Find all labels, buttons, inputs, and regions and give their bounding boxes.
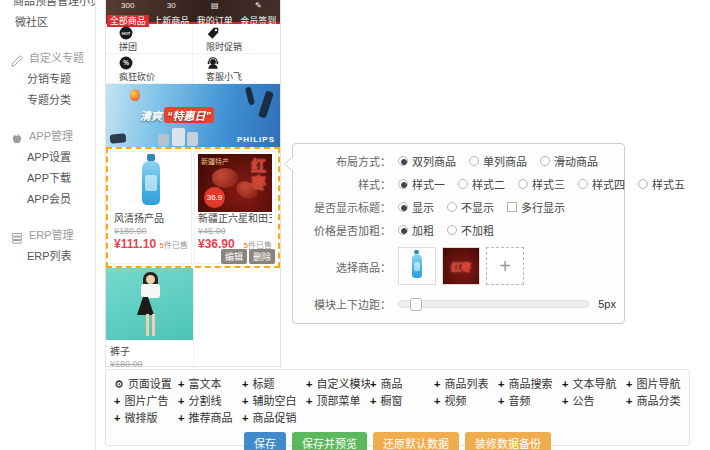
- selected-product-module[interactable]: 风清扬产品 ¥180.00 ¥111.10 5件已售 新疆特产 红枣 36.9 …: [106, 147, 280, 268]
- save-button[interactable]: 保存: [244, 432, 286, 450]
- menu-item-customer-service[interactable]: 客服小飞: [193, 54, 280, 84]
- radio-show-title[interactable]: 显示: [398, 199, 434, 215]
- component-video[interactable]: +视频: [434, 394, 498, 408]
- appliance-graphic: [187, 132, 198, 146]
- product-old-price: ¥45.00: [198, 226, 272, 237]
- menu-item-flash-sale[interactable]: 限时促销: [193, 24, 280, 54]
- module-margin-row: 模块上下边距： 5px: [293, 296, 616, 312]
- component-micro-layout[interactable]: +微排版: [114, 411, 178, 425]
- sidebar-item-app-member[interactable]: APP会员: [0, 189, 95, 210]
- next-product-module[interactable]: 裤子 ¥180.00: [106, 268, 280, 367]
- pencil-icon: [11, 53, 23, 65]
- sidebar-section-custom-topic[interactable]: 自定义专题: [0, 48, 95, 69]
- radio-double-column[interactable]: 双列商品: [398, 153, 456, 169]
- sidebar-item-erp-list[interactable]: ERP列表: [0, 246, 95, 267]
- tab-member-signin[interactable]: ✎ 会员签到: [237, 0, 281, 22]
- promo-banner-module[interactable]: 清爽“特惠日” PHILIPS: [106, 84, 280, 147]
- slider-handle[interactable]: [410, 298, 422, 311]
- radio-icon: [458, 179, 468, 189]
- sidebar-item-topic-cat[interactable]: 专题分类: [0, 90, 95, 111]
- product-card[interactable]: 风清扬产品 ¥180.00 ¥111.10 5件已售: [110, 151, 192, 264]
- radio-icon: [518, 179, 528, 189]
- sidebar-section-erp[interactable]: ERP管理: [0, 225, 95, 246]
- sidebar-item-app-download[interactable]: APP下载: [0, 168, 95, 189]
- svg-text:%: %: [123, 59, 129, 66]
- radio-bold-price[interactable]: 加粗: [398, 222, 434, 238]
- plus-icon: +: [626, 394, 632, 408]
- plus-icon: +: [306, 377, 312, 391]
- component-product-category[interactable]: +商品分类: [626, 394, 690, 408]
- component-top-menu[interactable]: +顶部菜单: [306, 394, 370, 408]
- component-divider[interactable]: +分割线: [178, 394, 242, 408]
- shaver-silhouette: [258, 90, 274, 118]
- component-title[interactable]: +标题: [242, 377, 306, 391]
- component-recommended[interactable]: +推荐商品: [178, 411, 242, 425]
- component-image-ad[interactable]: +图片广告: [114, 394, 178, 408]
- component-showcase[interactable]: +橱窗: [370, 394, 434, 408]
- radio-icon: [398, 156, 408, 166]
- component-announcement[interactable]: +公告: [562, 394, 626, 408]
- product-image-bottle: [114, 154, 188, 212]
- component-product-list[interactable]: +商品列表: [434, 377, 498, 391]
- component-text-nav[interactable]: +文本导航: [562, 377, 626, 391]
- component-image-nav[interactable]: +图片导航: [626, 377, 690, 391]
- tab-all-products[interactable]: 300 全部商品: [106, 0, 150, 22]
- margin-slider[interactable]: [398, 300, 589, 308]
- component-audio[interactable]: +音频: [498, 394, 562, 408]
- sidebar-item-fenxiao[interactable]: 分销专题: [0, 69, 95, 90]
- radio-hide-title[interactable]: 不显示: [447, 199, 494, 215]
- add-product-button[interactable]: +: [486, 247, 524, 285]
- product-image-model: [106, 268, 193, 340]
- radio-slide[interactable]: 滑动商品: [540, 153, 598, 169]
- edit-module-button[interactable]: 编辑: [221, 249, 247, 264]
- checkbox-multiline-title[interactable]: 多行显示: [507, 199, 565, 215]
- radio-style-3[interactable]: 样式三: [518, 176, 565, 192]
- component-grid: ⚙页面设置 +富文本 +标题 +自定义模块 +商品 +商品列表 +商品搜索 +文…: [114, 377, 681, 425]
- component-promotion[interactable]: +商品促销: [242, 411, 306, 425]
- radio-style-1[interactable]: 样式一: [398, 176, 445, 192]
- sidebar-item-clipped[interactable]: 商品预售管理小页: [0, 0, 95, 12]
- tab-my-orders[interactable]: ▤ 我的订单: [193, 0, 237, 22]
- component-spacer[interactable]: +辅助空白: [242, 394, 306, 408]
- style-row: 样式： 样式一 样式二 样式三 样式四 样式五: [293, 176, 616, 192]
- radio-style-5[interactable]: 样式五: [638, 176, 685, 192]
- tab-new-products[interactable]: 30 上新商品: [150, 0, 194, 22]
- radio-style-4[interactable]: 样式四: [578, 176, 625, 192]
- radio-single-column[interactable]: 单列商品: [469, 153, 527, 169]
- setting-label: 选择商品：: [293, 247, 391, 275]
- plus-icon: +: [562, 377, 568, 391]
- product-name: 新疆正六星和田玉枣: [198, 212, 272, 226]
- menu-item-bargain[interactable]: % 疯狂砍价: [106, 54, 193, 84]
- product-silhouette: [110, 133, 127, 144]
- delete-module-button[interactable]: 删除: [249, 249, 275, 264]
- save-preview-button[interactable]: 保存并预览: [292, 432, 367, 450]
- menu-item-groupbuy[interactable]: HOT 拼团: [106, 24, 193, 54]
- component-custom-module[interactable]: +自定义模块: [306, 377, 370, 391]
- restore-default-button[interactable]: 还原默认数据: [373, 432, 459, 450]
- sidebar-section-app[interactable]: APP管理: [0, 126, 95, 147]
- plus-icon: +: [498, 377, 504, 391]
- server-grid-icon: [11, 230, 23, 242]
- plus-icon: +: [242, 394, 248, 408]
- sidebar-section-label: ERP管理: [29, 225, 74, 246]
- product-card[interactable]: 裤子 ¥180.00: [106, 268, 194, 367]
- component-product[interactable]: +商品: [370, 377, 434, 391]
- action-buttons: 保存 保存并预览 还原默认数据 装修数据备份: [114, 432, 681, 450]
- selected-product-thumb-dates[interactable]: 红枣: [442, 247, 480, 285]
- sidebar-section-label: 自定义专题: [29, 48, 84, 69]
- backup-data-button[interactable]: 装修数据备份: [465, 432, 551, 450]
- plus-icon: +: [114, 394, 120, 408]
- product-name: 风清扬产品: [114, 212, 188, 226]
- sidebar-item-app-set[interactable]: APP设置: [0, 147, 95, 168]
- product-card[interactable]: 新疆特产 红枣 36.9 新疆正六星和田玉枣 ¥45.00 ¥36.90 5件已…: [194, 151, 276, 264]
- component-page-settings[interactable]: ⚙页面设置: [114, 377, 178, 391]
- radio-style-2[interactable]: 样式二: [458, 176, 505, 192]
- sidebar-item-weishequ[interactable]: 微社区: [0, 12, 95, 33]
- tab-count: 30: [150, 1, 194, 10]
- radio-normal-price[interactable]: 不加粗: [447, 222, 494, 238]
- component-richtext[interactable]: +富文本: [178, 377, 242, 391]
- margin-value: 5px: [598, 298, 616, 310]
- component-product-search[interactable]: +商品搜索: [498, 377, 562, 391]
- radio-icon: [447, 225, 457, 235]
- selected-product-thumb-bottle[interactable]: [398, 247, 436, 285]
